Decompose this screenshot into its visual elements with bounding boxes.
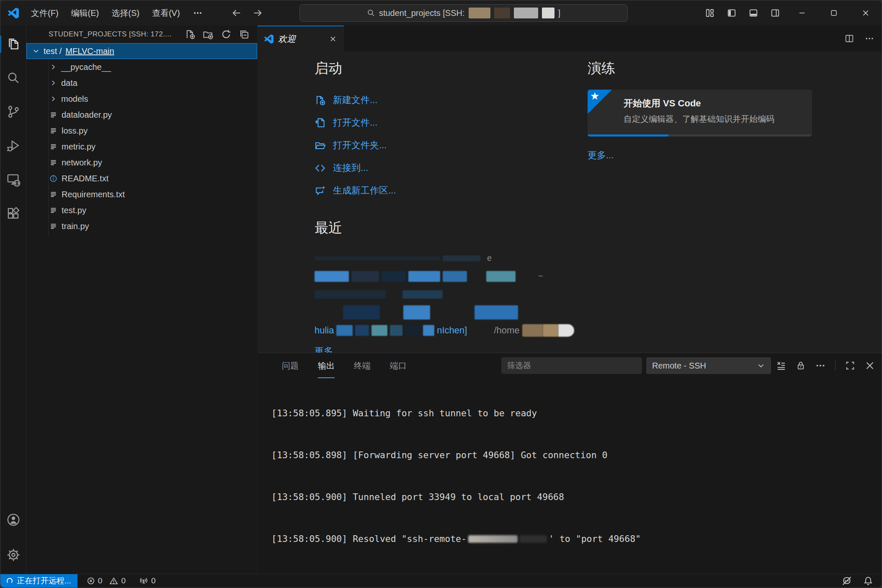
tab-label: 欢迎 — [278, 33, 296, 45]
tab-bar: 欢迎 — [258, 26, 882, 52]
file-icon — [49, 191, 57, 199]
tree-item-dataloader[interactable]: dataloader.py — [26, 107, 257, 123]
vscode-window: 文件(F) 编辑(E) 选择(S) 查看(V) student_projects… — [0, 0, 882, 588]
panel-tab-ports[interactable]: 端口 — [390, 353, 407, 378]
tab-close-icon[interactable] — [329, 35, 337, 43]
toggle-panel-icon[interactable] — [743, 0, 764, 26]
workspace-sparkle-icon — [315, 185, 326, 196]
clear-output-icon[interactable] — [776, 361, 786, 371]
minimize-button[interactable] — [786, 0, 818, 26]
panel-tab-problems[interactable]: 问题 — [282, 353, 299, 378]
tree-item-label: __pycache__ — [61, 62, 111, 72]
recent-name-fragment: nIchen] — [437, 325, 467, 336]
panel-tab-output[interactable]: 输出 — [318, 353, 335, 378]
lock-icon[interactable] — [796, 361, 806, 371]
recent-item[interactable]: e — [315, 249, 574, 267]
remote-status-indicator[interactable]: 正在打开远程... — [0, 574, 77, 588]
menu-more-icon[interactable] — [186, 8, 209, 18]
close-button[interactable] — [850, 0, 882, 26]
copilot-disabled-icon[interactable] — [841, 575, 852, 586]
info-icon — [49, 175, 57, 183]
file-icon — [49, 159, 57, 167]
problems-status[interactable]: 0 0 — [87, 576, 126, 585]
nav-back-icon[interactable] — [232, 8, 242, 18]
new-file-link[interactable]: 新建文件... — [315, 89, 574, 111]
tree-item-readme[interactable]: README.txt — [26, 170, 257, 186]
walkthrough-card[interactable]: ★ 开始使用 VS Code 自定义编辑器、了解基础知识并开始编码 — [588, 90, 812, 137]
new-file-icon[interactable] — [185, 29, 196, 40]
settings-gear-icon[interactable] — [6, 548, 21, 562]
tree-item-pycache[interactable]: __pycache__ — [26, 59, 257, 75]
new-folder-icon[interactable] — [203, 29, 214, 40]
toggle-sidebar-icon[interactable] — [721, 0, 743, 26]
tree-item-label: metric.py — [62, 142, 95, 152]
menu-selection[interactable]: 选择(S) — [105, 0, 146, 26]
notifications-bell-icon[interactable] — [863, 576, 873, 586]
ports-count: 0 — [151, 576, 156, 585]
customize-layout-icon[interactable] — [699, 0, 721, 26]
editor-more-actions-icon[interactable] — [865, 34, 874, 43]
run-debug-icon[interactable] — [6, 139, 21, 153]
tree-item-train[interactable]: train.py — [26, 218, 257, 234]
connect-to-link[interactable]: 连接到... — [315, 157, 574, 179]
tree-item-network[interactable]: network.py — [26, 155, 257, 170]
collapse-all-icon[interactable] — [239, 29, 250, 40]
remote-explorer-icon[interactable] — [6, 173, 21, 187]
panel-header: 问题 输出 终端 端口 Remote - SSH — [258, 353, 882, 378]
file-icon — [49, 206, 57, 214]
recent-item[interactable]: hulia nIchen] /home — [315, 321, 574, 339]
tree-item-loss[interactable]: loss.py — [26, 123, 257, 139]
tree-item-data[interactable]: data — [26, 75, 257, 91]
search-redaction — [469, 8, 490, 18]
open-folder-link[interactable]: 打开文件夹... — [315, 134, 574, 157]
extensions-icon[interactable] — [6, 206, 21, 221]
ports-status[interactable]: 0 — [139, 576, 156, 585]
welcome-page: 启动 新建文件... 打开文件... 打开文件夹... — [258, 52, 882, 353]
active-view-indicator — [0, 36, 1, 53]
menu-view[interactable]: 查看(V) — [146, 0, 186, 26]
maximize-panel-icon[interactable] — [845, 361, 855, 371]
split-editor-icon[interactable] — [845, 34, 854, 43]
remote-status-label: 正在打开远程... — [17, 575, 71, 586]
tree-item-models[interactable]: models — [26, 91, 257, 107]
log-line: [13:58:05.895] Waiting for ssh tunnel to… — [271, 406, 875, 420]
toggle-secondary-sidebar-icon[interactable] — [764, 0, 786, 26]
tree-item-label: train.py — [62, 222, 89, 231]
tree-item-test[interactable]: test.py — [26, 202, 257, 218]
recent-path-fragment: /home — [494, 325, 519, 336]
nav-forward-icon[interactable] — [253, 8, 263, 18]
more-walkthroughs-link[interactable]: 更多... — [588, 149, 614, 162]
vscode-tab-icon — [264, 34, 273, 44]
tree-item-requirements[interactable]: Requirements.txt — [26, 186, 257, 202]
open-file-link[interactable]: 打开文件... — [315, 111, 574, 134]
accounts-icon[interactable] — [6, 513, 21, 527]
recent-item[interactable] — [315, 303, 574, 321]
search-redaction — [494, 8, 510, 18]
recent-item[interactable]: ~ — [315, 267, 574, 285]
tab-welcome[interactable]: 欢迎 — [258, 26, 344, 52]
output-filter-input[interactable] — [501, 357, 642, 374]
menu-file[interactable]: 文件(F) — [25, 0, 65, 26]
output-log: [13:58:05.895] Waiting for ssh tunnel to… — [271, 378, 875, 574]
new-file-icon — [315, 95, 326, 106]
bottom-panel: 问题 输出 终端 端口 Remote - SSH — [258, 353, 882, 574]
tree-item-label: network.py — [62, 158, 102, 168]
recent-item[interactable] — [315, 285, 574, 303]
source-control-icon[interactable] — [6, 105, 21, 119]
search-view-icon[interactable] — [6, 71, 21, 85]
explorer-icon[interactable] — [6, 37, 21, 51]
command-center-search[interactable]: student_projects [SSH: ] — [299, 4, 628, 22]
close-panel-icon[interactable] — [865, 361, 875, 371]
tree-item-metric[interactable]: metric.py — [26, 139, 257, 155]
tree-root-mflvc-main[interactable]: test / MFLVC-main — [26, 43, 257, 59]
new-workspace-link[interactable]: 生成新工作区... — [315, 179, 574, 202]
menu-edit[interactable]: 编辑(E) — [65, 0, 106, 26]
refresh-icon[interactable] — [221, 29, 232, 40]
tree-item-label: loss.py — [62, 126, 88, 136]
maximize-button[interactable] — [818, 0, 850, 26]
more-recent-link[interactable]: 更多... — [315, 345, 340, 353]
status-bar: 正在打开远程... 0 0 0 — [0, 574, 882, 588]
panel-more-actions-icon[interactable] — [815, 361, 825, 371]
output-channel-select[interactable]: Remote - SSH — [646, 357, 771, 374]
panel-tab-terminal[interactable]: 终端 — [354, 353, 371, 378]
